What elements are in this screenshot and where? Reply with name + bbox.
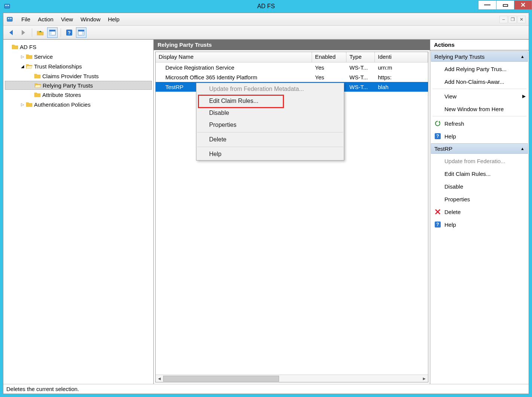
- cell-type: WS-T...: [346, 83, 375, 91]
- list-header-row[interactable]: Display Name Enabled Type Identi: [156, 52, 428, 62]
- tree-item-claims-provider-trusts[interactable]: Claims Provider Trusts: [5, 71, 152, 81]
- svg-rect-11: [49, 31, 52, 35]
- collapse-icon[interactable]: ▲: [520, 146, 525, 151]
- action-add-non-claims-awar[interactable]: Add Non-Claims-Awar...: [431, 75, 529, 88]
- blank-icon: [434, 158, 441, 164]
- blank-icon: [434, 93, 441, 100]
- table-row[interactable]: Microsoft Office 365 Identity PlatformYe…: [156, 72, 428, 82]
- context-menu-disable[interactable]: Disable: [196, 107, 344, 119]
- actions-group-header-relying-party-trusts[interactable]: Relying Party Trusts▲: [431, 51, 528, 62]
- back-button[interactable]: [6, 27, 17, 38]
- blank-icon: [434, 170, 441, 177]
- collapse-icon[interactable]: ▲: [520, 54, 525, 59]
- folder-icon: [12, 44, 18, 50]
- action-label: Update from Federatio...: [444, 158, 505, 164]
- tree-item-attribute-stores[interactable]: Attribute Stores: [5, 90, 152, 100]
- menu-help[interactable]: Help: [104, 15, 123, 24]
- close-button[interactable]: ✕: [514, 0, 532, 10]
- forward-button[interactable]: [18, 27, 29, 38]
- mdi-minimize[interactable]: –: [499, 16, 508, 23]
- console-tree[interactable]: AD FS ▷Service◢Trust RelationshipsClaims…: [3, 40, 154, 384]
- mmc-icon: [6, 16, 14, 23]
- tree-label: Trust Relationships: [34, 63, 82, 70]
- action-disable[interactable]: Disable: [431, 180, 529, 193]
- svg-rect-15: [78, 30, 84, 31]
- menu-view[interactable]: View: [57, 15, 77, 24]
- column-header-enabled[interactable]: Enabled: [312, 52, 346, 62]
- context-menu-delete[interactable]: Delete: [196, 134, 344, 146]
- relying-party-trusts-list[interactable]: Display Name Enabled Type Identi Device …: [155, 52, 428, 382]
- menu-window[interactable]: Window: [77, 15, 104, 24]
- tree-label: Service: [34, 54, 53, 60]
- action-delete[interactable]: Delete: [431, 205, 529, 218]
- horizontal-scrollbar[interactable]: ◄ ►: [156, 375, 428, 382]
- cell-enabled: Yes: [312, 64, 346, 71]
- column-header-type[interactable]: Type: [346, 52, 375, 62]
- context-menu-properties[interactable]: Properties: [196, 119, 344, 131]
- expand-icon[interactable]: ▷: [20, 102, 25, 107]
- action-refresh[interactable]: Refresh: [431, 117, 529, 130]
- cell-display-name: Microsoft Office 365 Identity Platform: [156, 73, 312, 81]
- mdi-restore[interactable]: ❐: [508, 16, 517, 23]
- action-update-from-federatio: Update from Federatio...: [431, 155, 529, 167]
- delete-icon: [434, 208, 441, 215]
- column-header-display-name[interactable]: Display Name: [156, 52, 312, 62]
- tree-root-adfs[interactable]: AD FS: [5, 42, 152, 52]
- expand-icon[interactable]: ▷: [20, 54, 25, 59]
- action-add-relying-party-trus[interactable]: Add Relying Party Trus...: [431, 62, 529, 75]
- maximize-button[interactable]: ▭: [496, 0, 514, 10]
- up-folder-button[interactable]: [35, 27, 46, 38]
- help-icon: ?: [434, 133, 441, 140]
- svg-rect-4: [8, 18, 9, 19]
- show-hide-console-tree-button[interactable]: [47, 27, 58, 38]
- mdi-close[interactable]: ✕: [517, 16, 526, 23]
- scroll-right-icon[interactable]: ►: [421, 376, 428, 381]
- context-menu-help[interactable]: Help: [196, 148, 344, 160]
- collapse-icon[interactable]: ◢: [20, 64, 25, 69]
- cell-enabled: Yes: [312, 73, 346, 81]
- minimize-button[interactable]: —: [478, 0, 496, 10]
- actions-separator: [432, 89, 526, 89]
- svg-text:?: ?: [68, 30, 71, 36]
- actions-group-header-testrp[interactable]: TestRP▲: [431, 143, 528, 154]
- menubar: File Action View Window Help – ❐ ✕: [3, 13, 529, 26]
- blank-icon: [434, 78, 441, 85]
- context-menu-edit-claim-rules[interactable]: Edit Claim Rules...: [196, 95, 344, 107]
- action-label: Add Relying Party Trus...: [444, 66, 507, 72]
- tree-item-service[interactable]: ▷Service: [5, 52, 152, 61]
- svg-text:?: ?: [436, 134, 439, 139]
- actions-pane: Actions Relying Party Trusts▲Add Relying…: [430, 40, 529, 384]
- action-help[interactable]: ?Help: [431, 130, 529, 143]
- tree-item-relying-party-trusts[interactable]: Relying Party Trusts: [5, 81, 152, 90]
- help-toolbar-button[interactable]: ?: [64, 27, 74, 38]
- tree-label: AD FS: [20, 44, 36, 50]
- toolbar: ?: [3, 26, 529, 39]
- folder-open-icon: [34, 82, 41, 88]
- cell-display-name: Device Registration Service: [156, 64, 312, 71]
- window-title: AD FS: [257, 3, 275, 10]
- svg-rect-16: [82, 31, 84, 35]
- action-label: Delete: [444, 209, 461, 215]
- tree-label: Relying Party Trusts: [43, 82, 93, 89]
- scroll-thumb[interactable]: [163, 376, 279, 382]
- scroll-left-icon[interactable]: ◄: [156, 376, 163, 381]
- folder-icon: [34, 92, 41, 98]
- action-label: New Window from Here: [444, 106, 504, 112]
- svg-rect-10: [49, 30, 55, 31]
- column-header-identifier[interactable]: Identi: [375, 52, 428, 62]
- tree-item-trust-relationships[interactable]: ◢Trust Relationships: [5, 61, 152, 71]
- action-new-window-from-here[interactable]: New Window from Here: [431, 103, 529, 115]
- show-hide-action-pane-button[interactable]: [76, 27, 86, 38]
- menu-action[interactable]: Action: [34, 15, 57, 24]
- table-row[interactable]: Device Registration ServiceYesWS-T...urn…: [156, 62, 428, 72]
- svg-marker-6: [9, 30, 13, 35]
- action-label: Properties: [444, 196, 470, 202]
- action-view[interactable]: View▶: [431, 90, 529, 103]
- tree-item-authentication-policies[interactable]: ▷Authentication Policies: [5, 100, 152, 109]
- action-edit-claim-rules[interactable]: Edit Claim Rules...: [431, 167, 529, 180]
- menu-file[interactable]: File: [18, 15, 34, 24]
- action-label: Help: [444, 133, 456, 140]
- action-properties[interactable]: Properties: [431, 193, 529, 205]
- action-help[interactable]: ?Help: [431, 218, 529, 231]
- statusbar: Deletes the current selection.: [3, 384, 529, 394]
